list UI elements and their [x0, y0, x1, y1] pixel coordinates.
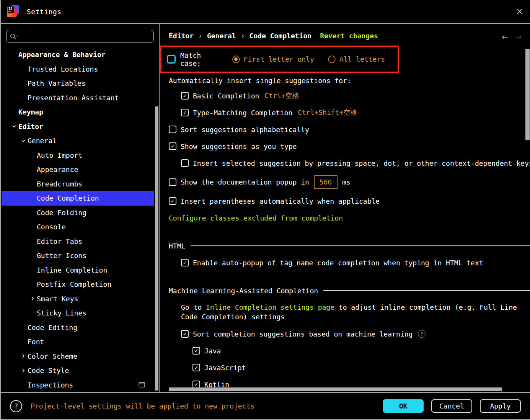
match-case-row: Match case: First letter onlyAll letters: [160, 46, 399, 73]
group-label-automatically-insert-single-suggestions-for: Automatically insert single suggestions …: [169, 74, 530, 87]
paragraph-row: Go to Inline Completion settings page to…: [169, 299, 517, 325]
paragraph-text: Go to: [181, 303, 206, 311]
sidebar-item-editor-tabs[interactable]: Editor Tabs: [2, 234, 154, 249]
settings-window: IJ Settings Appearance & BehaviorTrusted…: [0, 0, 530, 420]
option-label: Show suggestions as you type: [181, 142, 297, 150]
ok-button[interactable]: OK: [383, 399, 424, 413]
sidebar-item-inline-completion[interactable]: Inline Completion: [2, 263, 154, 278]
sidebar-item-sticky-lines[interactable]: Sticky Lines: [2, 306, 154, 320]
radio-first-letter-only[interactable]: First letter only: [232, 55, 314, 63]
checkbox-kotlin[interactable]: [192, 381, 200, 388]
sidebar-item-label: Code Editing: [28, 324, 77, 332]
option-row-show-the-documentation-popup-in: Show the documentation popup in500ms: [169, 172, 530, 193]
checkbox-show-suggestions-as-you-type[interactable]: [169, 142, 176, 150]
sidebar-item-label: Appearance & Behavior: [18, 51, 106, 59]
sidebar-item-label: Font: [28, 338, 44, 346]
link-inline-completion-settings-page[interactable]: Inline Completion settings page: [206, 303, 334, 311]
checkbox-sort-completion-suggestions-based-on-machine-learning[interactable]: [181, 330, 189, 338]
checkbox-type-matching-completion[interactable]: [181, 109, 189, 116]
checkbox-show-the-documentation-popup-in[interactable]: [169, 178, 176, 186]
radio-all-letters[interactable]: All letters: [328, 55, 385, 63]
close-icon[interactable]: [515, 7, 525, 16]
sidebar-item-appearance-behavior[interactable]: Appearance & Behavior: [2, 47, 154, 62]
sidebar-item-label: Presentation Assistant: [28, 94, 119, 102]
back-arrow-icon[interactable]: ←: [502, 31, 508, 41]
option-row-sort-suggestions-alphabetically: Sort suggestions alphabetically: [169, 121, 530, 138]
chevron-down-icon[interactable]: [10, 124, 18, 129]
breadcrumb-general[interactable]: General: [207, 32, 236, 40]
sidebar-item-label: Sticky Lines: [37, 309, 86, 317]
sidebar-item-console[interactable]: Console: [2, 220, 154, 234]
checkbox-insert-parentheses-automatically-when-applicable[interactable]: [169, 197, 176, 205]
radio-unselected-icon[interactable]: [328, 56, 336, 63]
sidebar-item-presentation-assistant[interactable]: Presentation Assistant: [2, 91, 154, 105]
sidebar-item-inspections[interactable]: Inspections: [2, 378, 154, 392]
sidebar-item-color-scheme[interactable]: Color Scheme: [2, 349, 154, 364]
option-label: JavaScript: [204, 364, 246, 372]
option-row-type-matching-completion: Type-Matching CompletionCtrl+Shift+空格: [169, 104, 530, 121]
cancel-button[interactable]: Cancel: [431, 399, 472, 413]
sidebar-item-postfix-completion[interactable]: Postfix Completion: [2, 277, 154, 292]
option-row-insert-parentheses-automatically-when-applicable: Insert parentheses automatically when ap…: [169, 193, 530, 209]
sidebar-item-label: Postfix Completion: [37, 280, 111, 288]
sidebar-item-label: Code Folding: [37, 209, 86, 217]
sidebar-scrollbar[interactable]: [155, 106, 158, 391]
sidebar-item-code-folding[interactable]: Code Folding: [2, 206, 154, 220]
option-label: Type-Matching Completion: [193, 109, 292, 117]
search-input[interactable]: [20, 33, 150, 41]
sidebar-item-auto-import[interactable]: Auto Import: [2, 148, 154, 163]
help-question-icon[interactable]: ?: [418, 330, 426, 338]
sidebar-item-code-editing[interactable]: Code Editing: [2, 320, 154, 335]
sidebar-item-code-style[interactable]: Code Style: [2, 363, 154, 378]
checkbox-insert-selected-suggestion-by-pressing-space-dot-or-other-context-dependent-keys[interactable]: [181, 159, 189, 167]
option-row-enable-auto-popup-of-tag-name-code-completion-when-typing-in-html-text: Enable auto-popup of tag name code compl…: [169, 254, 530, 271]
option-label: Enable auto-popup of tag name code compl…: [193, 259, 483, 267]
settings-search-box[interactable]: [6, 30, 154, 43]
option-row-basic-completion: Basic CompletionCtrl+空格: [169, 87, 530, 104]
sidebar-item-path-variables[interactable]: Path Variables: [2, 76, 154, 91]
sidebar-item-appearance[interactable]: Appearance: [2, 162, 154, 177]
sidebar-item-label: Auto Import: [37, 151, 82, 159]
footer-buttons: OKCancelApply: [383, 399, 521, 413]
help-icon[interactable]: ?: [10, 400, 22, 412]
chevron-down-icon[interactable]: [19, 139, 28, 143]
checkbox-basic-completion[interactable]: [181, 92, 189, 100]
sidebar-item-label: Keymap: [18, 108, 43, 116]
chevron-right-icon[interactable]: [19, 354, 28, 358]
sidebar-item-smart-keys[interactable]: Smart Keys: [2, 292, 154, 306]
apply-button[interactable]: Apply: [480, 399, 521, 413]
radio-label: First letter only: [244, 55, 314, 63]
sidebar-item-label: Code Style: [28, 366, 69, 374]
intellij-logo-icon: IJ: [7, 5, 19, 18]
search-icon: [10, 33, 19, 40]
sidebar-item-editor[interactable]: Editor: [2, 119, 154, 134]
section-header-rule: [191, 245, 530, 246]
checkbox-sort-suggestions-alphabetically[interactable]: [169, 126, 176, 133]
sidebar-item-trusted-locations[interactable]: Trusted Locations: [2, 62, 154, 77]
section-header-text: HTML: [169, 242, 185, 250]
breadcrumb-editor[interactable]: Editor: [169, 32, 194, 40]
vertical-scrollbar[interactable]: [525, 49, 530, 140]
sidebar-item-general[interactable]: General: [2, 134, 154, 148]
link-configure-classes-excluded-from-completion[interactable]: Configure classes excluded from completi…: [169, 214, 343, 222]
sidebar-item-breadcrumbs[interactable]: Breadcrumbs: [2, 177, 154, 191]
revert-changes-link[interactable]: Revert changes: [320, 32, 378, 40]
history-nav: ← →: [502, 31, 522, 41]
sidebar-item-label: Smart Keys: [37, 295, 78, 303]
option-row-java: Java: [169, 342, 530, 359]
delay-ms-input[interactable]: 500: [314, 175, 338, 189]
chevron-right-icon[interactable]: [28, 296, 37, 301]
sidebar-item-font[interactable]: Font: [2, 335, 154, 349]
sidebar-item-label: Code Completion: [37, 194, 99, 202]
link-row-configure-classes-excluded-from-completion: Configure classes excluded from completi…: [169, 209, 530, 226]
radio-selected-icon[interactable]: [232, 56, 240, 63]
sidebar-item-gutter-icons[interactable]: Gutter Icons: [2, 248, 154, 263]
checkbox-java[interactable]: [192, 347, 200, 355]
sidebar-item-keymap[interactable]: Keymap: [2, 105, 154, 119]
match-case-checkbox[interactable]: [167, 55, 176, 64]
chevron-right-icon[interactable]: [19, 368, 28, 373]
horizontal-scrollbar[interactable]: [169, 387, 502, 391]
sidebar-item-code-completion[interactable]: Code Completion: [2, 191, 154, 206]
checkbox-enable-auto-popup-of-tag-name-code-completion-when-typing-in-html-text[interactable]: [181, 259, 189, 266]
checkbox-javascript[interactable]: [192, 364, 200, 371]
